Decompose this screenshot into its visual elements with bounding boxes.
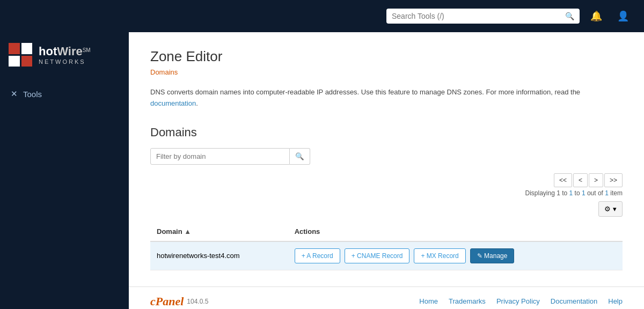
- cpanel-logo-text: cPanel: [150, 295, 184, 308]
- settings-row: ⚙ ▾: [150, 201, 623, 217]
- page-info-to-val: 1: [582, 189, 586, 197]
- sidebar-tools-label: Tools: [23, 90, 42, 99]
- description-text: DNS converts domain names into computer-…: [150, 87, 623, 109]
- action-buttons-group: + A Record+ CNAME Record+ MX Record✎ Man…: [295, 248, 616, 263]
- col-domain: Domain ▲: [150, 222, 288, 241]
- footer-link-help[interactable]: Help: [608, 297, 623, 305]
- table-settings-button[interactable]: ⚙ ▾: [598, 201, 623, 217]
- logo-wire: Wire: [57, 45, 82, 58]
- breadcrumb[interactable]: Domains: [150, 68, 623, 76]
- col-actions: Actions: [288, 222, 623, 241]
- top-bar: 🔍 🔔 👤: [0, 0, 644, 32]
- gear-icon: ⚙: [604, 205, 611, 213]
- logo-area: hotWireSM NETWORKS: [0, 32, 129, 77]
- page-prev-button[interactable]: <: [573, 173, 588, 187]
- page-info-middle: out of: [586, 189, 605, 197]
- footer-link-privacy-policy[interactable]: Privacy Policy: [496, 297, 540, 305]
- logo-sq-bl: [9, 56, 20, 67]
- filter-search-icon: 🔍: [295, 152, 304, 160]
- documentation-link[interactable]: documentation: [150, 99, 196, 107]
- pagination-controls: << < > >>: [554, 173, 623, 187]
- desc-start: DNS converts domain names into computer-…: [150, 88, 361, 96]
- footer-link-trademarks[interactable]: Trademarks: [449, 297, 486, 305]
- action-button-3[interactable]: ✎ Manage: [470, 248, 515, 263]
- sidebar-nav: ✕ Tools: [0, 83, 129, 105]
- logo-text: hotWireSM NETWORKS: [39, 45, 91, 65]
- page-info-to: to: [573, 189, 582, 197]
- action-button-1[interactable]: + CNAME Record: [345, 248, 410, 263]
- page-info-total: 1: [605, 189, 609, 197]
- cpanel-version: 104.0.5: [187, 298, 208, 305]
- main-area: hotWireSM NETWORKS ✕ Tools Zone Editor D…: [0, 32, 644, 309]
- settings-arrow-icon: ▾: [613, 205, 617, 213]
- domains-section-title: Domains: [150, 126, 623, 139]
- search-wrapper: 🔍 🔔 👤: [386, 8, 633, 24]
- logo-hot: hot: [39, 45, 57, 58]
- pagination-wrapper: << < > >> Displaying 1 to 1 to 1 out of …: [525, 173, 623, 197]
- footer-logo: cPanel 104.0.5: [150, 295, 208, 308]
- sidebar-item-tools[interactable]: ✕ Tools: [0, 83, 129, 105]
- search-icon[interactable]: 🔍: [565, 12, 574, 20]
- table-header-row: Domain ▲ Actions: [150, 222, 623, 241]
- action-button-2[interactable]: + MX Record: [414, 248, 465, 263]
- domain-filter-input[interactable]: [150, 148, 290, 165]
- filter-search-button[interactable]: 🔍: [290, 148, 310, 165]
- table-toolbar: << < > >> Displaying 1 to 1 to 1 out of …: [150, 173, 623, 197]
- page-last-button[interactable]: >>: [604, 173, 623, 187]
- footer-link-home[interactable]: Home: [419, 297, 438, 305]
- sidebar: hotWireSM NETWORKS ✕ Tools: [0, 32, 129, 309]
- footer-link-documentation[interactable]: Documentation: [551, 297, 597, 305]
- notifications-button[interactable]: 🔔: [586, 8, 606, 24]
- actions-cell: + A Record+ CNAME Record+ MX Record✎ Man…: [288, 241, 623, 270]
- domain-cell: hotwirenetworks-test4.com: [150, 241, 288, 270]
- desc-end: .: [196, 99, 198, 107]
- logo-sq-br: [21, 56, 33, 67]
- content-area: Zone Editor Domains DNS converts domain …: [129, 32, 644, 309]
- action-button-0[interactable]: + A Record: [295, 248, 340, 263]
- page-info-end: item: [609, 189, 623, 197]
- user-button[interactable]: 👤: [613, 8, 633, 24]
- table-header: Domain ▲ Actions: [150, 222, 623, 241]
- table-body: hotwirenetworks-test4.com+ A Record+ CNA…: [150, 241, 623, 270]
- content-body: Zone Editor Domains DNS converts domain …: [129, 32, 644, 286]
- logo-squares: [9, 43, 32, 67]
- page-first-button[interactable]: <<: [554, 173, 572, 187]
- page-info: Displaying 1 to 1 to 1 out of 1 item: [525, 189, 623, 197]
- logo-sq-tr: [21, 43, 33, 54]
- col-domain-label: Domain: [157, 227, 182, 236]
- tools-icon: ✕: [11, 89, 18, 99]
- table-row: hotwirenetworks-test4.com+ A Record+ CNA…: [150, 241, 623, 270]
- desc-link-text: Use this feature to manage DNS zones. Fo…: [361, 88, 580, 96]
- page-title: Zone Editor: [150, 48, 623, 65]
- domain-table: Domain ▲ Actions hotwirenetworks-test4.c…: [150, 222, 623, 270]
- footer: cPanel 104.0.5 HomeTrademarksPrivacy Pol…: [129, 286, 644, 309]
- app-wrapper: 🔍 🔔 👤 hotWireSM NETWORKS: [0, 0, 644, 309]
- logo-sq-tl: [9, 43, 20, 54]
- col-actions-label: Actions: [295, 227, 320, 236]
- sort-icon[interactable]: ▲: [184, 227, 191, 236]
- page-next-button[interactable]: >: [589, 173, 603, 187]
- search-box: 🔍: [386, 9, 580, 24]
- footer-links: HomeTrademarksPrivacy PolicyDocumentatio…: [419, 297, 623, 305]
- logo-name-line: hotWireSM: [39, 45, 91, 58]
- logo-sm: SM: [83, 47, 91, 53]
- logo-networks: NETWORKS: [39, 58, 91, 65]
- page-info-start: Displaying 1 to: [525, 189, 569, 197]
- filter-row: 🔍: [150, 148, 623, 165]
- search-input[interactable]: [392, 12, 561, 20]
